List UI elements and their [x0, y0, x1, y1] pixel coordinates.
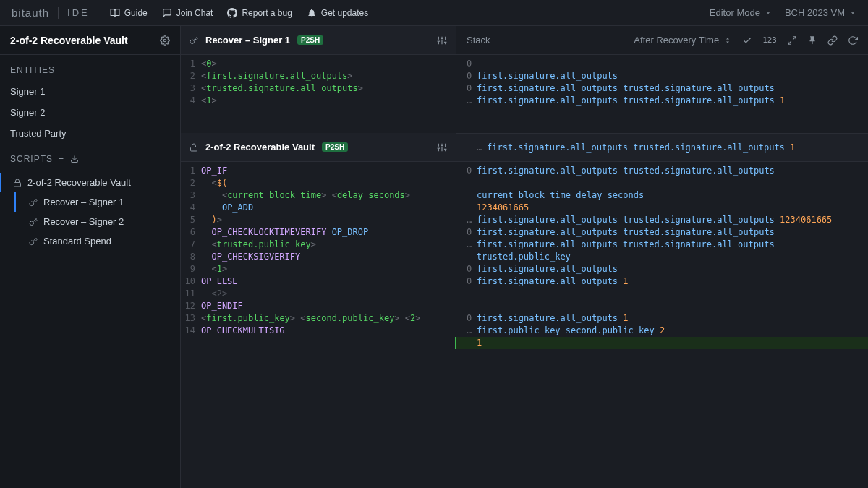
unlocking-script-pane: Recover – Signer 1 P2SH 1<0>2<first.sign…	[181, 26, 456, 133]
svg-line-22	[788, 41, 791, 44]
entity-item[interactable]: Signer 1	[0, 81, 180, 102]
scenario-label: After Recovery Time	[634, 35, 719, 46]
check-icon[interactable]	[742, 35, 752, 46]
bug-link[interactable]: Report a bug	[227, 8, 292, 18]
stack-label: Stack	[467, 35, 490, 46]
stack-body-lock: 0first.signature.all_outputs trusted.sig…	[456, 162, 868, 488]
main-layout: 2-of-2 Recoverable Vault ENTITIES Signer…	[0, 26, 868, 488]
chevron-down-icon	[849, 9, 856, 17]
scripts-header: SCRIPTS +	[0, 144, 180, 170]
svg-line-21	[793, 36, 796, 39]
template-title: 2-of-2 Recoverable Vault	[10, 35, 128, 46]
link-icon[interactable]	[827, 35, 838, 46]
stack-body-unlock: 00first.signature.all_outputs0first.sign…	[456, 55, 868, 133]
pane2-header: 2-of-2 Recoverable Vault P2SH	[181, 133, 456, 162]
pane1-title: Recover – Signer 1	[205, 35, 290, 46]
svg-rect-11	[191, 147, 197, 151]
book-icon	[110, 8, 120, 18]
stack-separator: …first.signature.all_outputs trusted.sig…	[456, 133, 868, 162]
expand-icon[interactable]	[787, 35, 797, 46]
chevron-down-icon	[765, 9, 772, 17]
template-title-row: 2-of-2 Recoverable Vault	[0, 26, 180, 55]
updates-link[interactable]: Get updates	[307, 8, 368, 18]
stack-header-right: After Recovery Time 123	[634, 35, 858, 46]
sliders-icon	[437, 35, 447, 46]
template-settings-button[interactable]	[160, 35, 170, 46]
vm-label: BCH 2023 VM	[785, 7, 845, 18]
import-icon[interactable]	[70, 155, 79, 163]
stack-header: Stack After Recovery Time 123	[456, 26, 868, 55]
entity-item[interactable]: Signer 2	[0, 102, 180, 123]
header-right: Editor Mode BCH 2023 VM	[710, 7, 856, 18]
editor-mode-select[interactable]: Editor Mode	[710, 7, 772, 18]
guide-link[interactable]: Guide	[110, 8, 148, 18]
p2sh-badge: P2SH	[297, 35, 323, 45]
script-child-item[interactable]: Recover – Signer 1	[0, 192, 180, 212]
add-script-button[interactable]: +	[59, 154, 64, 164]
app-logo: bitauth IDE	[12, 7, 90, 19]
app-header: bitauth IDE Guide Join Chat Report a bug…	[0, 0, 868, 26]
logo-divider	[58, 7, 59, 19]
brand-name: bitauth	[12, 7, 49, 19]
chat-label: Join Chat	[176, 8, 213, 18]
chat-icon	[162, 8, 172, 18]
svg-point-0	[163, 39, 166, 42]
script-child-item[interactable]: Standard Spend	[0, 231, 180, 251]
pane2-code[interactable]: 1OP_IF2 <$(3 <current_block_time> <delay…	[181, 162, 456, 488]
svg-rect-1	[14, 182, 21, 187]
scenario-select[interactable]: After Recovery Time	[634, 35, 732, 46]
pane2-settings[interactable]	[437, 142, 447, 153]
pane1-code[interactable]: 1<0>2<first.signature.all_outputs>3<trus…	[181, 55, 456, 133]
sort-icon	[723, 36, 732, 45]
pin-icon[interactable]	[807, 35, 817, 46]
p2sh-badge: P2SH	[322, 142, 348, 152]
lock-icon	[190, 143, 198, 152]
guide-label: Guide	[124, 8, 148, 18]
editor-column: Recover – Signer 1 P2SH 1<0>2<first.sign…	[181, 26, 456, 488]
entity-item[interactable]: Trusted Party	[0, 123, 180, 144]
pane1-header: Recover – Signer 1 P2SH	[181, 26, 456, 55]
numeric-toggle[interactable]: 123	[762, 35, 777, 45]
pane1-settings[interactable]	[437, 35, 447, 46]
locking-script-pane: 2-of-2 Recoverable Vault P2SH 1OP_IF2 <$…	[181, 133, 456, 488]
bell-icon	[307, 8, 317, 18]
scripts-label: SCRIPTS	[10, 154, 53, 164]
scripts-tree: 2-of-2 Recoverable VaultRecover – Signer…	[0, 170, 180, 254]
pane2-title: 2-of-2 Recoverable Vault	[205, 142, 315, 153]
key-icon	[190, 36, 198, 45]
script-item[interactable]: 2-of-2 Recoverable Vault	[0, 173, 180, 192]
editor-mode-label: Editor Mode	[710, 7, 760, 18]
entities-header: ENTITIES	[0, 55, 180, 81]
bug-label: Report a bug	[242, 8, 292, 18]
entities-list: Signer 1Signer 2Trusted Party	[0, 81, 180, 144]
sidebar: 2-of-2 Recoverable Vault ENTITIES Signer…	[0, 26, 181, 488]
script-child-item[interactable]: Recover – Signer 2	[0, 212, 180, 231]
refresh-icon[interactable]	[848, 35, 858, 46]
updates-label: Get updates	[321, 8, 368, 18]
chat-link[interactable]: Join Chat	[162, 8, 213, 18]
stack-column: Stack After Recovery Time 123 00first.si…	[456, 26, 868, 488]
sliders-icon	[437, 142, 447, 153]
github-icon	[227, 8, 237, 18]
gear-icon	[160, 35, 170, 46]
header-links: Guide Join Chat Report a bug Get updates	[110, 8, 369, 18]
product-name: IDE	[67, 7, 90, 18]
vm-select[interactable]: BCH 2023 VM	[785, 7, 856, 18]
